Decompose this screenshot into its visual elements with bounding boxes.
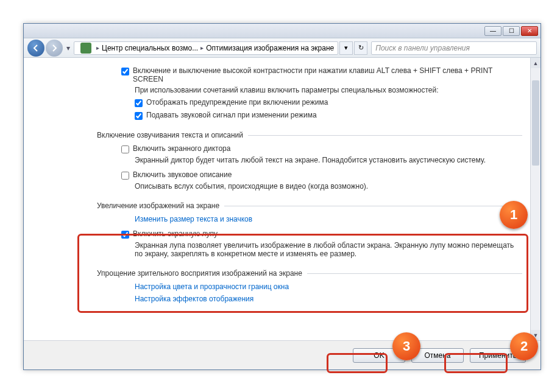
breadcrumb[interactable]: ▸ Центр специальных возмо... ▸ Оптимизац…	[74, 41, 338, 55]
search-placeholder: Поиск в панели управления	[375, 44, 470, 52]
chevron-right-icon: ▸	[200, 44, 204, 51]
narrator-label: Включить экранного диктора	[133, 144, 230, 153]
section-narration-header: Включение озвучивания текста и описаний	[97, 131, 522, 139]
section-simplify-header: Упрощение зрительного восприятия изображ…	[97, 269, 522, 278]
settings-panel: Включение и выключение высокой контрастн…	[121, 64, 522, 307]
narrator-checkbox[interactable]	[121, 145, 129, 153]
resize-text-link[interactable]: Изменить размер текста и значков	[135, 215, 522, 223]
chevron-right-icon: ▸	[96, 44, 99, 51]
window-border-color-link[interactable]: Настройка цвета и прозрачности границ ок…	[135, 282, 522, 291]
annotation-marker-2: 2	[510, 332, 538, 360]
nav-bar: ▾ ▸ Центр специальных возмо... ▸ Оптимиз…	[24, 38, 541, 58]
annotation-marker-3: 3	[392, 332, 420, 360]
hotkey-hint: При использовании сочетаний клавиш включ…	[135, 86, 522, 94]
vertical-scrollbar[interactable]: ▲ ▼	[530, 58, 541, 340]
nav-forward-button[interactable]	[46, 40, 63, 57]
control-panel-icon	[80, 43, 91, 54]
magnifier-checkbox[interactable]	[121, 231, 129, 239]
show-warning-label: Отображать предупреждение при включении …	[146, 98, 328, 107]
high-contrast-label: Включение и выключение высокой контрастн…	[133, 66, 522, 83]
scroll-track[interactable]	[531, 68, 541, 330]
button-row: OK Отмена Применить	[24, 340, 541, 369]
narrator-hint: Экранный диктор будет читать любой текст…	[135, 156, 522, 164]
maximize-button[interactable]: ☐	[503, 26, 520, 36]
section-magnify-header: Увеличение изображений на экране	[97, 201, 522, 210]
content-area: Включение и выключение высокой контрастн…	[24, 58, 541, 369]
display-effects-link[interactable]: Настройка эффектов отображения	[135, 295, 522, 303]
high-contrast-checkbox[interactable]	[121, 68, 129, 75]
breadcrumb-part1[interactable]: Центр специальных возмо...	[102, 44, 198, 52]
nav-back-button[interactable]	[27, 40, 44, 57]
scroll-thumb[interactable]	[532, 80, 539, 166]
play-sound-checkbox[interactable]	[135, 112, 143, 120]
audio-description-checkbox[interactable]	[121, 172, 129, 180]
play-sound-label: Подавать звуковой сигнал при изменении р…	[146, 111, 317, 119]
breadcrumb-dropdown[interactable]: ▾	[339, 41, 353, 55]
window-frame: — ☐ ✕ ▾ ▸ Центр специальных возмо... ▸ О…	[23, 23, 541, 370]
title-bar: — ☐ ✕	[24, 24, 541, 38]
refresh-button[interactable]: ↻	[354, 41, 367, 55]
arrow-right-icon	[51, 44, 58, 52]
show-warning-checkbox[interactable]	[135, 99, 143, 107]
audio-description-label: Включить звуковое описание	[133, 170, 232, 179]
audio-description-hint: Описывать вслух события, происходящие в …	[135, 182, 522, 191]
search-input[interactable]: Поиск в панели управления	[371, 41, 537, 55]
close-button[interactable]: ✕	[521, 26, 538, 36]
magnifier-label: Включить экранную лупу	[133, 229, 218, 238]
annotation-marker-1: 1	[500, 201, 528, 229]
nav-history-dropdown[interactable]: ▾	[64, 44, 73, 52]
magnifier-hint: Экранная лупа позволяет увеличить изобра…	[135, 241, 522, 258]
minimize-button[interactable]: —	[484, 26, 502, 36]
arrow-left-icon	[32, 44, 40, 52]
scroll-up-button[interactable]: ▲	[531, 58, 541, 68]
breadcrumb-part2[interactable]: Оптимизация изображения на экране	[206, 44, 334, 52]
